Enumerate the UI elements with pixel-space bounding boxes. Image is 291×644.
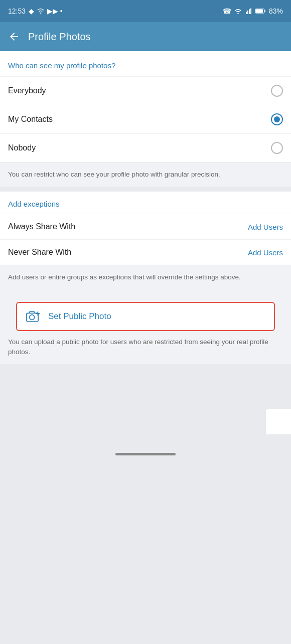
set-public-photo-label: Set Public Photo (48, 311, 111, 321)
option-nobody-label: Nobody (8, 143, 36, 152)
exceptions-header: Add exceptions (0, 192, 291, 214)
public-photo-info-text: You can upload a public photo for users … (8, 338, 268, 356)
svg-rect-8 (255, 9, 263, 13)
app-bar: Profile Photos (0, 22, 291, 51)
option-my-contacts[interactable]: My Contacts (0, 105, 291, 133)
visibility-title: Who can see my profile photos? (8, 61, 115, 70)
home-indicator (115, 453, 176, 455)
app-bar-title: Profile Photos (28, 31, 91, 43)
svg-rect-9 (27, 313, 38, 321)
signal-icons: ◆ ▶▶ • (29, 7, 63, 15)
camera-icon (26, 310, 41, 323)
status-right: ☎ 83% (223, 7, 283, 15)
visibility-header: Who can see my profile photos? (0, 51, 291, 76)
status-left: 12:53 ◆ ▶▶ • (8, 7, 63, 15)
exceptions-section: Add exceptions Always Share With Add Use… (0, 192, 291, 265)
battery-icon (255, 8, 266, 14)
bottom-area (0, 364, 291, 464)
option-everybody[interactable]: Everybody (0, 76, 291, 105)
time-display: 12:53 (8, 7, 26, 15)
exceptions-info-box: Add users or entire groups as exceptions… (0, 265, 291, 289)
exceptions-title: Add exceptions (8, 200, 60, 208)
radio-nobody[interactable] (271, 142, 283, 154)
visibility-info-box: You can restrict who can see your profil… (0, 163, 291, 187)
svg-rect-5 (250, 9, 251, 15)
set-photo-button-wrapper: Set Public Photo (0, 290, 291, 331)
svg-rect-7 (264, 10, 265, 12)
always-share-label: Always Share With (8, 222, 75, 231)
visibility-info-text: You can restrict who can see your profil… (8, 171, 220, 178)
signal-icon (245, 8, 252, 14)
svg-point-1 (237, 13, 239, 14)
public-photo-section: Set Public Photo You can upload a public… (0, 290, 291, 365)
public-photo-info-container: You can upload a public photo for users … (0, 331, 291, 358)
exceptions-info-text: Add users or entire groups as exceptions… (8, 273, 241, 281)
never-share-item: Never Share With Add Users (0, 239, 291, 265)
battery-percent: 83% (269, 7, 283, 15)
svg-rect-4 (249, 10, 250, 15)
call-icon: ☎ (223, 7, 231, 15)
svg-point-0 (40, 13, 42, 14)
always-share-add-users[interactable]: Add Users (248, 223, 283, 231)
always-share-item: Always Share With Add Users (0, 214, 291, 239)
radio-my-contacts[interactable] (271, 113, 283, 125)
never-share-label: Never Share With (8, 248, 71, 257)
option-my-contacts-label: My Contacts (8, 115, 53, 124)
bottom-right-card (266, 409, 291, 434)
set-public-photo-button[interactable]: Set Public Photo (16, 302, 275, 331)
never-share-add-users[interactable]: Add Users (248, 248, 283, 257)
content: Who can see my profile photos? Everybody… (0, 51, 291, 464)
visibility-section: Who can see my profile photos? Everybody… (0, 51, 291, 162)
option-nobody[interactable]: Nobody (0, 133, 291, 162)
option-everybody-label: Everybody (8, 86, 46, 95)
wifi-icon (234, 8, 242, 14)
svg-rect-3 (247, 11, 248, 14)
svg-rect-2 (246, 12, 247, 15)
radio-selected-dot (274, 116, 280, 122)
camera-icon-wrap (26, 310, 41, 323)
radio-everybody[interactable] (271, 85, 283, 97)
svg-point-10 (30, 314, 35, 319)
status-bar: 12:53 ◆ ▶▶ • ☎ 83% (0, 0, 291, 22)
divider-1 (0, 187, 291, 192)
back-button[interactable] (8, 31, 20, 43)
